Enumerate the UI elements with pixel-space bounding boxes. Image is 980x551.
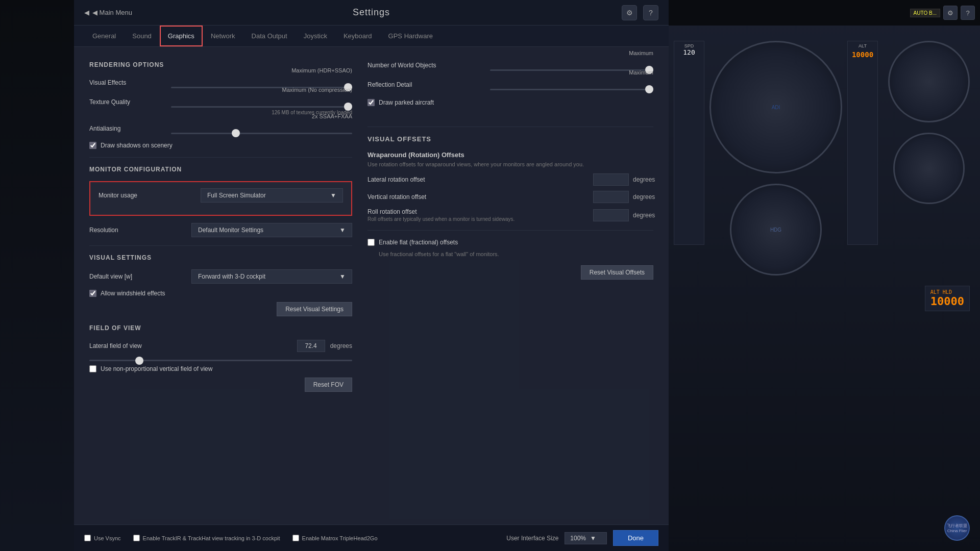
tab-joystick[interactable]: Joystick bbox=[296, 26, 335, 46]
speed-tape: SPD 120 bbox=[674, 41, 704, 245]
reset-fov-row: Reset FOV bbox=[89, 378, 352, 392]
right-gauge-1 bbox=[888, 41, 970, 122]
nonproportional-fov-label: Use non-proportional vertical field of v… bbox=[101, 365, 212, 372]
draw-parked-row[interactable]: Draw parked aircraft bbox=[368, 99, 653, 106]
ui-size-label: User Interface Size bbox=[506, 535, 558, 542]
monitor-usage-dropdown[interactable]: Full Screen Simulator ▼ bbox=[201, 188, 343, 203]
texture-quality-slider[interactable] bbox=[171, 106, 352, 108]
texture-quality-value: Maximum (No compression) bbox=[282, 87, 352, 93]
resolution-row: Resolution Default Monitor Settings ▼ bbox=[89, 223, 352, 237]
bottom-bar: Use Vsync Enable TrackIR & TrackHat view… bbox=[74, 524, 669, 551]
rendering-right: Number of World Objects Maximum Reflecti… bbox=[368, 59, 653, 106]
main-content: RENDERING OPTIONS Visual Effects Maximum… bbox=[74, 47, 669, 524]
nonproportional-fov-checkbox[interactable] bbox=[89, 365, 96, 372]
allow-windshield-checkbox[interactable] bbox=[89, 290, 96, 297]
default-view-chevron: ▼ bbox=[339, 273, 346, 280]
nonproportional-fov-row[interactable]: Use non-proportional vertical field of v… bbox=[89, 365, 352, 372]
enable-flat-label: Enable flat (fractional) offsets bbox=[379, 239, 458, 246]
texture-quality-label: Texture Quality bbox=[89, 98, 171, 106]
default-view-dropdown[interactable]: Forward with 3-D cockpit ▼ bbox=[191, 269, 352, 284]
top-icon-2[interactable]: ? bbox=[961, 6, 975, 20]
wraparound-title: Wraparound (Rotation) Offsets bbox=[368, 151, 653, 159]
filter-icon-button[interactable]: ⚙ bbox=[622, 5, 637, 20]
alt-hold-value: 10000 bbox=[930, 295, 964, 308]
lateral-rotation-unit: degrees bbox=[633, 176, 653, 183]
roll-rotation-input[interactable]: 0.00 bbox=[593, 209, 629, 221]
help-icon-button[interactable]: ? bbox=[643, 5, 658, 20]
reset-fov-button[interactable]: Reset FOV bbox=[305, 378, 352, 392]
left-column: RENDERING OPTIONS Visual Effects Maximum… bbox=[89, 57, 352, 514]
vsync-checkbox[interactable] bbox=[84, 535, 91, 541]
lateral-fov-label: Lateral field of view bbox=[89, 342, 191, 349]
vertical-rotation-input[interactable]: -0.00 bbox=[593, 191, 629, 203]
divider-right-1 bbox=[368, 127, 653, 127]
tab-data-output[interactable]: Data Output bbox=[243, 26, 296, 46]
tab-network[interactable]: Network bbox=[203, 26, 243, 46]
draw-shadows-checkbox[interactable] bbox=[89, 142, 96, 149]
compass-gauge: HDG bbox=[730, 184, 822, 276]
divider-2 bbox=[89, 245, 352, 246]
draw-parked-checkbox[interactable] bbox=[368, 99, 375, 106]
bottom-right: User Interface Size 100% ▼ Done bbox=[506, 530, 658, 546]
trackir-checkbox[interactable] bbox=[133, 535, 140, 541]
wraparound-desc: Use rotation offsets for wraparound view… bbox=[368, 161, 653, 168]
monitor-usage-value: Full Screen Simulator bbox=[207, 192, 266, 199]
monitor-usage-row: Monitor usage Full Screen Simulator ▼ bbox=[99, 188, 343, 203]
world-objects-row: Number of World Objects Maximum bbox=[368, 59, 653, 71]
altitude-display: 10000 bbox=[848, 48, 877, 59]
vertical-rotation-label: Vertical rotation offset bbox=[368, 193, 593, 201]
resolution-chevron: ▼ bbox=[339, 227, 346, 234]
matrox-row: Enable Matrox TripleHead2Go bbox=[292, 535, 378, 541]
allow-windshield-row[interactable]: Allow windshield effects bbox=[89, 290, 352, 297]
lateral-rotation-input[interactable]: 0.00 bbox=[593, 173, 629, 186]
lateral-fov-input[interactable]: 72.4 bbox=[297, 340, 325, 352]
antialiasing-label: Antialiasing bbox=[89, 125, 171, 132]
resolution-dropdown[interactable]: Default Monitor Settings ▼ bbox=[191, 223, 352, 237]
monitor-config-box: Monitor usage Full Screen Simulator ▼ bbox=[89, 181, 352, 216]
trackir-label: Enable TrackIR & TrackHat view tracking … bbox=[143, 535, 280, 541]
page-title: Settings bbox=[353, 7, 390, 18]
main-menu-button[interactable]: ◀ ◀ Main Menu bbox=[84, 9, 132, 16]
reset-visual-offsets-button[interactable]: Reset Visual Offsets bbox=[581, 265, 653, 280]
visual-offsets-header: VISUAL OFFSETS bbox=[368, 135, 653, 143]
reflection-detail-row: Reflection Detail Maximum bbox=[368, 79, 653, 91]
monitor-usage-chevron: ▼ bbox=[330, 192, 336, 199]
reflection-detail-slider[interactable] bbox=[490, 89, 653, 90]
fov-header: FIELD OF VIEW bbox=[89, 324, 352, 332]
resolution-label: Resolution bbox=[89, 227, 191, 234]
flat-offsets-desc: Use fractional offsets for a flat "wall"… bbox=[379, 251, 653, 257]
draw-parked-label: Draw parked aircraft bbox=[379, 99, 434, 106]
tab-sound[interactable]: Sound bbox=[124, 26, 160, 46]
lateral-fov-slider[interactable] bbox=[89, 360, 352, 361]
draw-shadows-row[interactable]: Draw shadows on scenery bbox=[89, 142, 352, 149]
tab-graphics[interactable]: Graphics bbox=[160, 26, 203, 46]
auto-btn: AUTO B... bbox=[910, 9, 940, 17]
draw-shadows-label: Draw shadows on scenery bbox=[101, 142, 173, 149]
reset-visual-settings-button[interactable]: Reset Visual Settings bbox=[277, 302, 352, 316]
monitor-config-header: MONITOR CONFIGURATION bbox=[89, 166, 352, 173]
tab-gps-hardware[interactable]: GPS Hardware bbox=[380, 26, 441, 46]
default-view-label: Default view [w] bbox=[89, 273, 191, 280]
roll-rotation-unit: degrees bbox=[633, 212, 653, 219]
antialiasing-slider[interactable] bbox=[171, 133, 352, 134]
default-view-row: Default view [w] Forward with 3-D cockpi… bbox=[89, 269, 352, 284]
logo-watermark: 飞行者联盟China Flier bbox=[944, 515, 970, 541]
monitor-usage-label: Monitor usage bbox=[99, 192, 201, 199]
top-bar: ◀ ◀ Main Menu Settings ⚙ ? bbox=[74, 0, 669, 26]
instrument-top-bar: AUTO B... ⚙ ? bbox=[669, 0, 980, 26]
allow-windshield-label: Allow windshield effects bbox=[101, 290, 165, 297]
enable-flat-offsets-row[interactable]: Enable flat (fractional) offsets bbox=[368, 239, 653, 246]
ui-size-dropdown[interactable]: 100% ▼ bbox=[565, 532, 607, 544]
done-button[interactable]: Done bbox=[613, 530, 658, 546]
visual-settings-header: VISUAL SETTINGS bbox=[89, 254, 352, 261]
antialiasing-row: Antialiasing 2x SSAA+FXAA bbox=[89, 122, 352, 135]
matrox-checkbox[interactable] bbox=[292, 535, 299, 541]
reflection-detail-slider-container: Maximum bbox=[490, 79, 653, 91]
top-icon-1[interactable]: ⚙ bbox=[943, 6, 958, 20]
vertical-rotation-row: Vertical rotation offset -0.00 degrees bbox=[368, 191, 653, 203]
fov-section: FIELD OF VIEW Lateral field of view 72.4… bbox=[89, 324, 352, 392]
back-icon: ◀ bbox=[84, 9, 89, 16]
tab-general[interactable]: General bbox=[84, 26, 124, 46]
tab-keyboard[interactable]: Keyboard bbox=[335, 26, 380, 46]
enable-flat-checkbox[interactable] bbox=[368, 239, 375, 246]
